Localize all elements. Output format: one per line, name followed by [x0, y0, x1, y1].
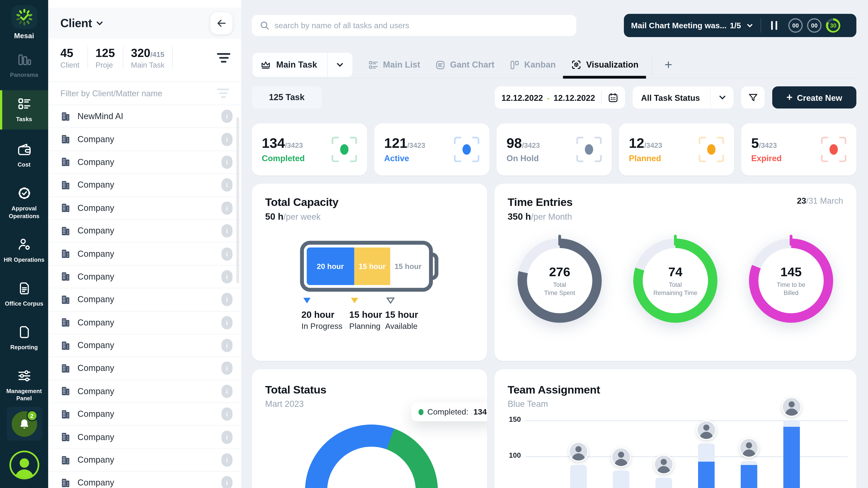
info-icon[interactable]: i [221, 224, 232, 238]
scrollbar[interactable] [237, 117, 239, 283]
meeting-timer-widget[interactable]: Mail Chart Meeting was... 1/5 00 00 30 [624, 14, 857, 37]
tab-visualization[interactable]: Visualization [571, 52, 639, 78]
tab-kanban[interactable]: Kanban [509, 52, 556, 78]
pause-button[interactable] [771, 21, 777, 30]
dropdown-chevron[interactable] [327, 53, 352, 77]
sort-filter-button[interactable] [214, 51, 234, 65]
company-list-item[interactable]: Company i [48, 334, 241, 357]
tab-main-list[interactable]: Main List [368, 52, 420, 78]
company-list-item[interactable]: Company i [48, 357, 241, 380]
company-list-item[interactable]: Company i [48, 266, 241, 288]
company-list-item[interactable]: Company i [48, 311, 241, 334]
chevron-down-icon[interactable] [747, 22, 752, 27]
sidebar-item-tasks[interactable]: Tasks [0, 90, 48, 129]
task-status-select[interactable]: All Task Status [633, 86, 734, 109]
date-range-picker[interactable]: 12.12.2022 - 12.12.2022 [495, 86, 625, 109]
collapse-panel-button[interactable] [211, 12, 232, 34]
company-list-item[interactable]: Company i [48, 197, 241, 220]
assignment-bar[interactable] [741, 461, 757, 488]
sidebar-item-management-panel[interactable]: Management Panel [0, 364, 48, 407]
member-avatar[interactable] [611, 447, 631, 467]
company-name: Company [78, 340, 114, 350]
company-list-item[interactable]: Company i [48, 243, 241, 265]
member-avatar[interactable] [654, 455, 674, 475]
member-avatar[interactable] [782, 397, 802, 417]
info-icon[interactable]: i [221, 155, 232, 169]
info-icon[interactable]: i [221, 270, 232, 283]
sidebar-item-reporting[interactable]: Reporting [0, 320, 48, 356]
company-list-item[interactable]: Company i [48, 380, 241, 403]
add-tab-button[interactable]: + [664, 58, 672, 71]
create-new-button[interactable]: + Create New [772, 86, 856, 109]
info-icon[interactable]: i [221, 293, 232, 306]
search-input[interactable] [275, 21, 568, 30]
info-icon[interactable]: i [221, 110, 232, 123]
info-icon[interactable]: i [221, 202, 232, 215]
info-icon[interactable]: i [221, 430, 232, 444]
assignment-bar[interactable] [613, 470, 629, 488]
company-list-item[interactable]: Company i [48, 220, 241, 243]
company-list-item[interactable]: Company i [48, 472, 241, 488]
status-card-on-hold[interactable]: 98/3423 On Hold [497, 123, 612, 175]
company-list-item[interactable]: Company i [48, 403, 241, 426]
status-frame-icon [576, 137, 602, 162]
brand-logo[interactable]: Mesai [11, 5, 37, 40]
info-icon[interactable]: i [221, 247, 232, 261]
company-list: NewMind AI i Company i Company i Company… [48, 105, 241, 488]
main-task-dropdown[interactable]: Main Task [252, 52, 353, 78]
company-list-item[interactable]: Company i [48, 449, 241, 472]
date-from: 12.12.2022 [501, 93, 543, 102]
member-avatar[interactable] [568, 441, 588, 461]
info-icon[interactable]: i [221, 133, 232, 146]
tab-gant-chart[interactable]: Gant Chart [435, 52, 494, 78]
sidebar-item-cost[interactable]: Cost [0, 138, 48, 173]
filter-bar: 125 Task 12.12.2022 - 12.12.2022 All Tas… [252, 86, 856, 109]
company-list-item[interactable]: Company i [48, 128, 241, 151]
view-tabs: Main Task Main List Gant Chart [252, 52, 856, 79]
client-dropdown[interactable]: Client [60, 17, 92, 30]
info-icon[interactable]: i [221, 385, 232, 398]
status-card-active[interactable]: 121/3423 Active [374, 123, 489, 175]
assignment-bar[interactable] [783, 420, 800, 488]
sidebar-item-hr-operations[interactable]: HR Operations [0, 232, 48, 268]
company-list-item[interactable]: Company i [48, 426, 241, 449]
company-name: Company [78, 180, 114, 190]
sidebar-item-approval-operations[interactable]: Approval Operations [0, 181, 48, 225]
status-donut-chart [305, 425, 438, 488]
user-avatar[interactable] [9, 451, 39, 480]
client-filter-input[interactable] [60, 89, 214, 98]
member-avatar[interactable] [739, 438, 759, 458]
info-icon[interactable]: i [221, 362, 232, 375]
sidebar-item-label: Reporting [10, 344, 38, 351]
info-icon[interactable]: i [221, 316, 232, 329]
info-icon[interactable]: i [221, 178, 232, 192]
company-list-item[interactable]: NewMind AI i [48, 105, 241, 128]
sidebar-item-panorama[interactable]: Panorama [0, 48, 48, 84]
company-list-item[interactable]: Company i [48, 174, 241, 196]
arrow-left-icon [216, 18, 227, 29]
document-lines-icon [17, 281, 31, 298]
info-icon[interactable]: i [221, 339, 232, 352]
assignment-bar[interactable] [698, 443, 715, 488]
sidebar-item-label: Cost [18, 161, 31, 169]
wallet-icon [17, 143, 31, 159]
company-list-item[interactable]: Company i [48, 151, 241, 174]
card-title: Time Entries [508, 196, 572, 209]
filter-funnel-button[interactable] [741, 86, 765, 109]
y-axis-tick: 100 [502, 451, 521, 459]
status-card-planned[interactable]: 12/3423 Planned [619, 123, 734, 175]
status-card-completed[interactable]: 134/3423 Completed [252, 123, 367, 175]
info-icon[interactable]: i [221, 453, 232, 467]
sidebar-item-office-corpus[interactable]: Office Corpus [0, 276, 48, 312]
company-list-item[interactable]: Company i [48, 288, 241, 311]
notifications-button[interactable]: 2 [6, 407, 42, 441]
status-card-expired[interactable]: 5/3423 Expired [741, 123, 856, 175]
sidebar: Mesai Panorama Tasks [0, 0, 48, 488]
info-icon[interactable]: i [221, 407, 232, 421]
chevron-down-icon[interactable] [96, 19, 103, 25]
member-avatar[interactable] [696, 420, 716, 440]
assignment-bar[interactable] [655, 478, 672, 488]
time-ring: 74TotalRemaining Time [633, 239, 717, 323]
info-icon[interactable]: i [221, 476, 232, 488]
assignment-bar[interactable] [570, 465, 587, 488]
